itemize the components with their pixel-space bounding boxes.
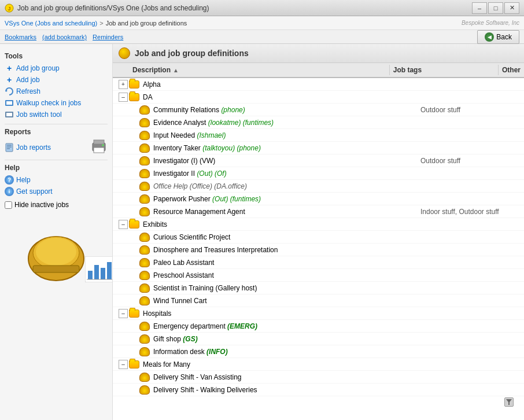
job-icon: [139, 105, 150, 115]
row-desc-van: Delivery Shift - Van Assisting: [152, 373, 418, 381]
sidebar-item-job-reports[interactable]: Job reports: [5, 142, 86, 153]
back-button[interactable]: ◀ Back: [477, 30, 519, 44]
table-row[interactable]: – Hospitals: [113, 307, 524, 320]
breadcrumb-parent-link[interactable]: VSys One (Jobs and scheduling): [5, 20, 97, 27]
table-row[interactable]: + Alpha: [113, 78, 524, 91]
help-icon: ?: [5, 175, 14, 185]
table-row[interactable]: – Exhibits: [113, 218, 524, 231]
minimize-button[interactable]: –: [472, 2, 487, 14]
sidebar-item-add-job[interactable]: + Add job: [5, 74, 108, 86]
table-row[interactable]: Gift shop (GS): [113, 333, 524, 345]
svg-text:J: J: [8, 6, 10, 12]
sidebar-item-get-support[interactable]: i Get support: [5, 186, 108, 197]
table-row[interactable]: Paperwork Pusher (Out) (funtimes): [113, 193, 524, 205]
row-desc-dino: Dinosphere and Treasures Interpretation: [152, 246, 418, 254]
table-row[interactable]: Office Help (Office) (DA.office) Inactiv…: [113, 180, 524, 193]
job-icon: [139, 283, 150, 293]
maximize-button[interactable]: □: [488, 2, 503, 14]
filter-icon[interactable]: [504, 397, 514, 407]
expand-button-exhibits[interactable]: –: [119, 220, 128, 229]
table-row[interactable]: Evidence Analyst (lookatme) (funtimes): [113, 116, 524, 129]
close-button[interactable]: ✕: [504, 2, 519, 14]
help-section-title: Help: [5, 164, 108, 172]
row-desc-alpha: Alpha: [142, 80, 408, 89]
table-row[interactable]: Preschool Assistant: [113, 269, 524, 282]
svg-rect-22: [101, 268, 105, 279]
expand-button-hospitals[interactable]: –: [119, 309, 128, 318]
sort-arrow-icon: ▲: [173, 67, 179, 73]
svg-rect-18: [33, 266, 79, 272]
row-desc-da: DA: [142, 93, 408, 101]
folder-icon-meals: [129, 360, 139, 369]
add-bookmark-link[interactable]: (add bookmark): [42, 34, 87, 40]
svg-rect-23: [107, 262, 112, 279]
job-reports-icon: [5, 143, 14, 152]
job-icon: [139, 169, 150, 178]
row-tags-resource: Indoor stuff, Outdoor stuff: [418, 208, 524, 216]
reminders-link[interactable]: Reminders: [93, 34, 123, 40]
table-row[interactable]: Information desk (INFO): [113, 345, 524, 358]
table-row[interactable]: Inventory Taker (talktoyou) (phone): [113, 142, 524, 154]
folder-icon-da: [129, 93, 139, 101]
job-icon: [139, 347, 150, 356]
sidebar-item-walkup[interactable]: Walkup check in jobs: [5, 97, 108, 109]
table-row[interactable]: Community Relations (phone) Outdoor stuf…: [113, 104, 524, 116]
hide-inactive-checkbox[interactable]: [5, 201, 12, 209]
job-icon: [139, 245, 150, 255]
window-controls: – □ ✕: [472, 2, 519, 14]
svg-marker-25: [506, 399, 512, 405]
table-row[interactable]: – DA: [113, 91, 524, 104]
row-desc-community: Community Relations (phone): [152, 106, 418, 114]
table-row[interactable]: Paleo Lab Assistant: [113, 256, 524, 269]
svg-point-17: [36, 238, 76, 266]
expand-button-alpha[interactable]: +: [119, 80, 128, 89]
table-row[interactable]: Input Needed (Ishmael): [113, 129, 524, 142]
table-row[interactable]: – Meals for Many: [113, 358, 524, 371]
sidebar-decorative-bottom: [5, 218, 108, 283]
table-row[interactable]: Dinosphere and Treasures Interpretation: [113, 244, 524, 256]
row-desc-preschool: Preschool Assistant: [152, 271, 418, 279]
sidebar-item-add-job-group[interactable]: + Add job group: [5, 62, 108, 74]
table-row[interactable]: Delivery Shift - Walking Deliveries: [113, 384, 524, 396]
row-desc-walking: Delivery Shift - Walking Deliveries: [152, 386, 418, 394]
sidebar-item-refresh[interactable]: Refresh: [5, 86, 108, 97]
bookmarks-link[interactable]: Bookmarks: [5, 34, 36, 40]
svg-point-14: [102, 144, 104, 146]
sidebar: Tools + Add job group + Add job Refresh …: [0, 44, 113, 420]
sidebar-item-help[interactable]: ? Help: [5, 174, 108, 186]
expand-button-meals[interactable]: –: [119, 360, 128, 369]
hide-inactive-label: Hide inactive jobs: [14, 201, 69, 209]
col-header-description: Description ▲: [129, 65, 390, 75]
walkup-icon: [5, 98, 14, 108]
tree-content[interactable]: + Alpha – DA Community Relations (: [113, 78, 524, 420]
job-switch-icon: [5, 110, 14, 119]
row-desc-input: Input Needed (Ishmael): [152, 131, 418, 139]
job-icon: [139, 322, 150, 331]
content-header: Job and job group definitions: [113, 44, 524, 63]
table-row[interactable]: Investigator (I) (VW) Outdoor stuff: [113, 154, 524, 167]
row-desc-paperwork: Paperwork Pusher (Out) (funtimes): [152, 195, 418, 203]
svg-rect-21: [94, 265, 99, 279]
row-desc-emergency: Emergency department (EMERG): [152, 322, 418, 330]
row-desc-inv2: Investigator II (Out) (Of): [152, 170, 418, 178]
table-row[interactable]: Investigator II (Out) (Of): [113, 167, 524, 180]
sidebar-item-job-switch[interactable]: Job switch tool: [5, 109, 108, 120]
breadcrumb-current: Job and job group definitions: [106, 20, 187, 27]
back-icon: ◀: [485, 32, 494, 42]
app-icon: J: [5, 3, 14, 13]
back-label: Back: [496, 33, 512, 41]
row-desc-info: Information desk (INFO): [152, 348, 418, 356]
folder-icon-hospitals: [129, 310, 139, 318]
table-row[interactable]: Scientist in Training (Gallery host): [113, 282, 524, 294]
back-area: ◀ Back: [477, 30, 519, 44]
row-desc-meals: Meals for Many: [142, 360, 408, 369]
table-row[interactable]: Wind Tunnel Cart: [113, 294, 524, 307]
table-row[interactable]: Curious Scientific Project: [113, 231, 524, 244]
add-job-icon: +: [5, 75, 14, 84]
table-row[interactable]: Emergency department (EMERG): [113, 320, 524, 333]
job-icon: [139, 156, 150, 165]
table-row[interactable]: Delivery Shift - Van Assisting: [113, 371, 524, 384]
printer-icon: [90, 138, 108, 156]
expand-button-da[interactable]: –: [119, 93, 128, 102]
table-row[interactable]: Resource Management Agent Indoor stuff, …: [113, 205, 524, 218]
